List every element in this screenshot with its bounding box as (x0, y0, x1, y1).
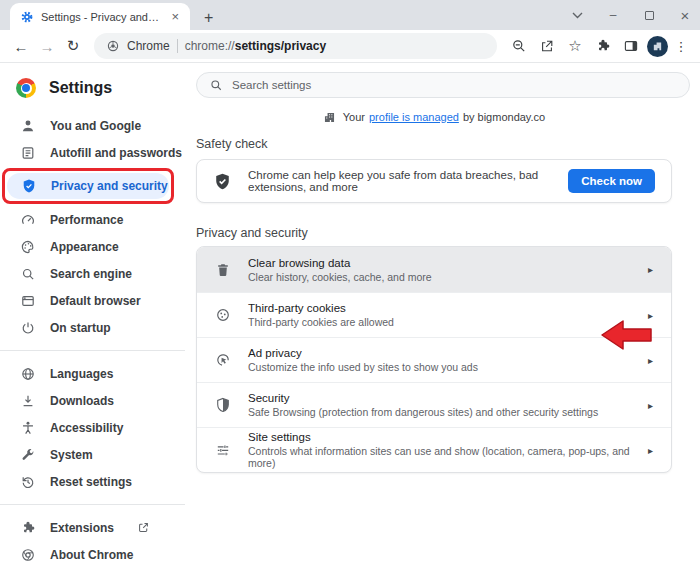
sidebar-item-label: On startup (50, 321, 111, 335)
profile-avatar[interactable] (647, 36, 668, 57)
sidebar-item-label: Appearance (50, 240, 119, 254)
settings-sidebar: Settings You and Google Autofill and pas… (0, 63, 185, 564)
sidebar-item-autofill[interactable]: Autofill and passwords (0, 139, 185, 166)
sidebar-item-performance[interactable]: Performance (0, 206, 185, 233)
sidebar-item-on-startup[interactable]: On startup (0, 314, 185, 341)
sidebar-item-appearance[interactable]: Appearance (0, 233, 185, 260)
chrome-grayscale-icon (106, 39, 120, 53)
chevron-right-icon: ▸ (648, 310, 653, 321)
forward-icon[interactable]: → (36, 38, 58, 55)
tab-title: Settings - Privacy and security (41, 11, 161, 23)
sidebar-divider (0, 504, 185, 505)
tab-close-icon[interactable]: × (168, 9, 182, 24)
row-title: Security (248, 392, 632, 404)
row-texts: Security Safe Browsing (protection from … (248, 392, 632, 418)
browser-window-icon (19, 293, 36, 309)
external-link-icon (137, 521, 150, 534)
chevron-right-icon: ▸ (648, 264, 653, 275)
sidebar-item-you-and-google[interactable]: You and Google (0, 112, 185, 139)
search-settings-input[interactable] (232, 79, 677, 91)
sidebar-item-label: Default browser (50, 294, 141, 308)
sidebar-item-label: Search engine (50, 267, 132, 281)
extensions-puzzle-icon[interactable] (591, 38, 615, 54)
cookie-icon (213, 307, 232, 323)
sidebar-item-system[interactable]: System (0, 441, 185, 468)
row-title: Ad privacy (248, 347, 632, 359)
sidebar-item-downloads[interactable]: Downloads (0, 387, 185, 414)
safety-check-card: Chrome can help keep you safe from data … (196, 159, 672, 203)
sidebar-item-search-engine[interactable]: Search engine (0, 260, 185, 287)
side-panel-icon[interactable] (619, 38, 643, 54)
sidebar-item-extensions[interactable]: Extensions (0, 514, 185, 541)
row-security[interactable]: Security Safe Browsing (protection from … (197, 382, 671, 427)
managed-profile-link[interactable]: profile is managed (369, 111, 459, 123)
ad-privacy-icon (213, 352, 232, 368)
managed-prefix: Your (343, 111, 365, 123)
settings-gear-favicon (20, 10, 34, 24)
tune-icon (213, 442, 232, 458)
power-icon (19, 320, 36, 336)
managed-profile-notice: Your profile is managed by bigmonday.co (196, 110, 672, 124)
chrome-outline-icon (19, 547, 36, 563)
speedometer-icon (19, 212, 36, 228)
maximize-button[interactable] (642, 11, 656, 20)
accessibility-icon (19, 420, 36, 436)
search-icon (19, 266, 36, 282)
reload-icon[interactable]: ↻ (62, 37, 84, 55)
sidebar-item-languages[interactable]: Languages (0, 360, 185, 387)
url-separator (177, 39, 178, 53)
row-subtitle: Third-party cookies are allowed (248, 316, 632, 328)
menu-kebab-icon[interactable]: ⋮ (672, 39, 690, 54)
row-third-party-cookies[interactable]: Third-party cookies Third-party cookies … (197, 292, 671, 337)
sidebar-item-label: Privacy and security (51, 179, 168, 193)
sidebar-item-about-chrome[interactable]: About Chrome (0, 541, 185, 564)
minimize-button[interactable]: – (606, 8, 620, 22)
tab-search-chevron-icon[interactable] (570, 12, 584, 19)
row-texts: Third-party cookies Third-party cookies … (248, 302, 632, 328)
person-icon (19, 118, 36, 134)
new-tab-button[interactable]: + (204, 10, 213, 26)
managed-suffix: by bigmonday.co (463, 111, 545, 123)
search-settings-field[interactable] (196, 72, 690, 98)
chevron-right-icon: ▸ (648, 400, 653, 411)
sidebar-item-label: You and Google (50, 119, 141, 133)
row-texts: Ad privacy Customize the info used by si… (248, 347, 632, 373)
safety-check-heading: Safety check (196, 137, 690, 151)
wrench-icon (19, 447, 36, 463)
browser-tab[interactable]: Settings - Privacy and security × (10, 3, 190, 30)
sidebar-item-label: System (50, 448, 93, 462)
url-text: chrome://settings/privacy (185, 39, 326, 53)
row-site-settings[interactable]: Site settings Controls what information … (197, 427, 671, 472)
share-icon[interactable] (535, 38, 559, 54)
row-title: Third-party cookies (248, 302, 632, 314)
zoom-out-icon[interactable] (507, 38, 531, 54)
puzzle-icon (19, 520, 36, 536)
security-shield-icon (213, 397, 232, 413)
bookmark-star-icon[interactable]: ☆ (563, 37, 587, 55)
settings-title: Settings (49, 79, 112, 97)
organization-building-icon (652, 41, 663, 52)
sidebar-item-default-browser[interactable]: Default browser (0, 287, 185, 314)
sidebar-item-accessibility[interactable]: Accessibility (0, 414, 185, 441)
sidebar-item-label: Accessibility (50, 421, 123, 435)
restore-icon (19, 474, 36, 490)
sidebar-item-label: Performance (50, 213, 123, 227)
safety-check-text: Chrome can help keep you safe from data … (248, 169, 552, 193)
chevron-right-icon: ▸ (648, 445, 653, 456)
check-now-button[interactable]: Check now (568, 169, 655, 193)
row-clear-browsing-data[interactable]: Clear browsing data Clear history, cooki… (197, 247, 671, 292)
settings-header: Settings (0, 76, 185, 112)
sidebar-item-label: Downloads (50, 394, 114, 408)
privacy-security-card: Clear browsing data Clear history, cooki… (196, 246, 672, 473)
tab-strip: Settings - Privacy and security × + – × (0, 0, 700, 30)
sidebar-item-reset-settings[interactable]: Reset settings (0, 468, 185, 495)
sidebar-item-privacy-security[interactable]: Privacy and security (7, 173, 169, 199)
sidebar-item-label: Languages (50, 367, 113, 381)
back-icon[interactable]: ← (10, 38, 32, 55)
search-icon (209, 78, 223, 92)
close-window-button[interactable]: × (678, 7, 692, 24)
row-ad-privacy[interactable]: Ad privacy Customize the info used by si… (197, 337, 671, 382)
address-bar[interactable]: Chrome chrome://settings/privacy (94, 33, 497, 59)
window-controls: – × (570, 0, 692, 30)
row-title: Clear browsing data (248, 257, 632, 269)
